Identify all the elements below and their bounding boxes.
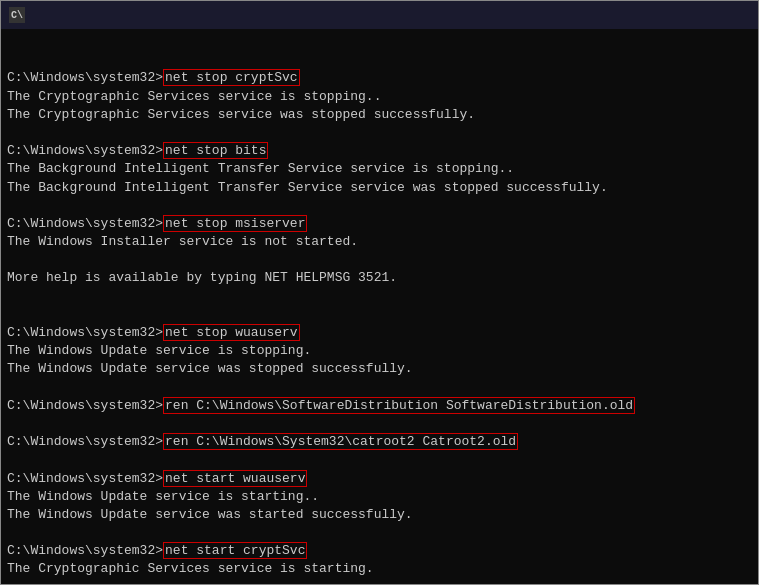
output-line: The Background Intelligent Transfer Serv…	[7, 179, 752, 197]
output-line: The Background Intelligent Transfer Serv…	[7, 160, 752, 178]
output-line: The Windows Installer service is not sta…	[7, 233, 752, 251]
cmd-window: C\ C:\Windows\system32>net stop cryptSvc…	[0, 0, 759, 585]
command-text: net stop bits	[163, 142, 268, 159]
output-line: The Cryptographic Services service is st…	[7, 88, 752, 106]
prompt-line: C:\Windows\system32>net start wuauserv	[7, 470, 752, 488]
window-controls	[668, 5, 750, 25]
prompt-text: C:\Windows\system32>	[7, 216, 163, 231]
command-text: net start wuauserv	[163, 470, 307, 487]
command-text: ren C:\Windows\SoftwareDistribution Soft…	[163, 397, 635, 414]
prompt-line: C:\Windows\system32>ren C:\Windows\Softw…	[7, 397, 752, 415]
output-line: The Cryptographic Services service is st…	[7, 560, 752, 578]
output-line: The Windows Update service is stopping.	[7, 342, 752, 360]
prompt-text: C:\Windows\system32>	[7, 471, 163, 486]
prompt-line: C:\Windows\system32>net stop msiserver	[7, 215, 752, 233]
command-text: net stop cryptSvc	[163, 69, 300, 86]
prompt-text: C:\Windows\system32>	[7, 143, 163, 158]
command-text: ren C:\Windows\System32\catroot2 Catroot…	[163, 433, 518, 450]
prompt-text: C:\Windows\system32>	[7, 398, 163, 413]
terminal-output[interactable]: C:\Windows\system32>net stop cryptSvcThe…	[1, 29, 758, 584]
title-bar-left: C\	[9, 7, 31, 23]
window-icon: C\	[9, 7, 25, 23]
prompt-line: C:\Windows\system32>net stop cryptSvc	[7, 69, 752, 87]
minimize-button[interactable]	[668, 5, 694, 25]
command-text: net stop wuauserv	[163, 324, 300, 341]
output-line: The Windows Update service is starting..	[7, 488, 752, 506]
output-line: The Windows Update service was stopped s…	[7, 360, 752, 378]
title-bar: C\	[1, 1, 758, 29]
output-line: The Cryptographic Services service was s…	[7, 106, 752, 124]
output-line: More help is available by typing NET HEL…	[7, 269, 752, 287]
prompt-text: C:\Windows\system32>	[7, 543, 163, 558]
prompt-text: C:\Windows\system32>	[7, 434, 163, 449]
prompt-line: C:\Windows\system32>ren C:\Windows\Syste…	[7, 433, 752, 451]
prompt-text: C:\Windows\system32>	[7, 325, 163, 340]
command-text: net stop msiserver	[163, 215, 307, 232]
prompt-line: C:\Windows\system32>net stop bits	[7, 142, 752, 160]
prompt-line: C:\Windows\system32>net start cryptSvc	[7, 542, 752, 560]
prompt-line: C:\Windows\system32>net stop wuauserv	[7, 324, 752, 342]
maximize-button[interactable]	[696, 5, 722, 25]
close-button[interactable]	[724, 5, 750, 25]
prompt-text: C:\Windows\system32>	[7, 70, 163, 85]
command-text: net start cryptSvc	[163, 542, 307, 559]
output-line: The Windows Update service was started s…	[7, 506, 752, 524]
